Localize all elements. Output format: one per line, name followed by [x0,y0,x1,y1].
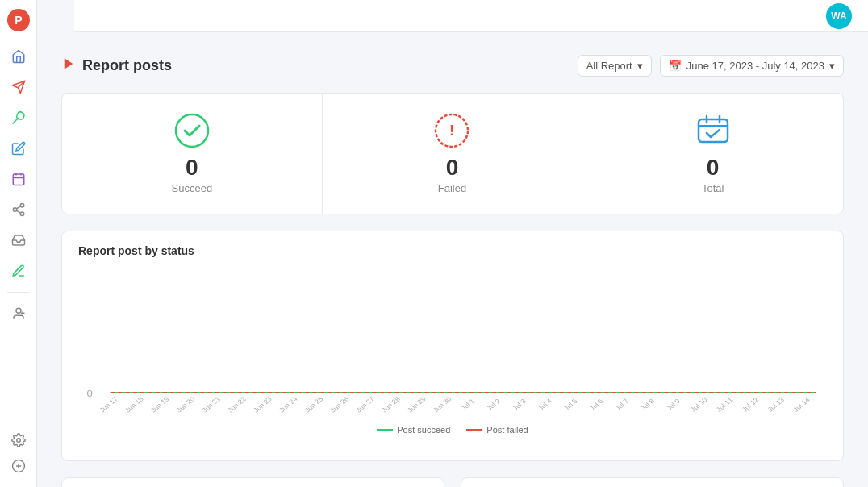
svg-text:Jul 1: Jul 1 [459,398,477,412]
succeed-label: Succeed [172,182,213,194]
page-header: Report posts All Report ▾ 📅 June 17, 202… [61,55,844,77]
chart-area: 0 Jun 17 Jun 18 Jun 19 Jun 20 Jun 21 Jun… [78,270,827,447]
svg-text:Jun 23: Jun 23 [252,395,273,414]
legend-failed-line [466,429,482,431]
svg-text:Jul 8: Jul 8 [639,398,657,412]
svg-text:Jul 6: Jul 6 [587,398,605,412]
home-icon[interactable] [6,44,31,69]
svg-text:Jun 30: Jun 30 [431,395,453,414]
stat-card-total: 0 Total [582,94,843,214]
svg-rect-4 [13,174,24,185]
legend-succeed-line [377,429,393,431]
send-icon[interactable] [6,74,31,100]
svg-text:Jun 17: Jun 17 [98,395,119,414]
stat-card-succeed: 0 Succeed [62,94,323,214]
svg-text:Jun 26: Jun 26 [328,395,350,414]
share-icon[interactable] [6,197,31,223]
page-title-icon [61,56,76,75]
svg-text:Jun 20: Jun 20 [174,395,196,414]
main-content: Report posts All Report ▾ 📅 June 17, 202… [37,0,868,487]
svg-text:Jun 18: Jun 18 [123,395,145,414]
failed-value: 0 [446,156,459,179]
chart-svg: 0 Jun 17 Jun 18 Jun 19 Jun 20 Jun 21 Jun… [78,270,827,415]
top-bar: WA [74,0,868,32]
svg-text:Jul 13: Jul 13 [766,396,786,413]
report-by-type-section: Report post by type [61,477,444,487]
recent-publications-section: Recent publications [461,477,844,487]
add-circle-icon[interactable] [6,453,31,479]
svg-text:Jun 22: Jun 22 [226,395,248,414]
svg-text:Jul 9: Jul 9 [665,398,682,412]
date-chevron-icon: ▾ [829,60,835,72]
svg-marker-20 [65,58,73,69]
legend-failed-label: Post failed [486,425,528,435]
total-icon [695,113,731,148]
svg-point-9 [13,208,17,212]
svg-point-16 [16,439,20,443]
legend-succeed: Post succeed [377,425,450,435]
svg-text:Jun 28: Jun 28 [380,395,402,414]
svg-text:Jun 19: Jun 19 [148,395,170,414]
svg-point-8 [20,204,24,208]
svg-text:Jun 24: Jun 24 [278,395,299,414]
report-chevron-icon: ▾ [637,60,643,72]
stat-card-failed: ! 0 Failed [323,94,583,214]
svg-point-10 [20,212,24,216]
svg-text:Jul 11: Jul 11 [715,396,735,413]
content-wrapper: WA Report posts All Report ▾ 📅 [37,0,868,487]
stats-row: 0 Succeed ! 0 Failed [61,93,844,214]
leaf-icon[interactable] [6,105,31,131]
report-select[interactable]: All Report ▾ [578,55,652,77]
total-value: 0 [707,156,720,179]
succeed-value: 0 [186,156,198,179]
svg-text:Jul 5: Jul 5 [561,398,579,412]
calendar-mini-icon: 📅 [669,60,682,72]
svg-text:Jul 12: Jul 12 [740,396,760,413]
svg-text:0: 0 [87,389,94,399]
svg-point-21 [176,114,208,147]
svg-text:Jul 10: Jul 10 [689,396,709,413]
svg-text:Jul 7: Jul 7 [613,398,631,412]
legend-succeed-label: Post succeed [397,425,450,435]
failed-icon: ! [434,113,469,148]
app-logo[interactable]: P [6,8,31,32]
total-label: Total [702,182,724,194]
edit-icon[interactable] [6,135,31,161]
svg-point-13 [16,308,21,313]
svg-text:Jun 27: Jun 27 [354,395,376,414]
avatar[interactable]: WA [826,3,852,29]
pencil2-icon[interactable] [6,258,31,284]
page-title-container: Report posts [61,56,172,75]
svg-text:Jun 29: Jun 29 [406,395,428,414]
inbox-icon[interactable] [6,227,31,253]
report-select-label: All Report [586,60,632,72]
svg-text:Jul 14: Jul 14 [791,396,812,413]
chart-section: Report post by status 0 Jun 17 Jun 18 Ju… [61,231,844,461]
svg-line-11 [16,210,20,213]
svg-text:Jul 2: Jul 2 [485,398,503,412]
sidebar-divider [7,292,30,293]
svg-text:Jun 21: Jun 21 [200,395,222,414]
header-controls: All Report ▾ 📅 June 17, 2023 - July 14, … [578,55,844,77]
legend-failed: Post failed [466,425,528,435]
settings-icon[interactable] [6,427,31,453]
svg-line-12 [16,206,20,209]
svg-rect-24 [699,119,728,142]
svg-text:P: P [15,14,22,27]
date-range-picker[interactable]: 📅 June 17, 2023 - July 14, 2023 ▾ [660,55,844,77]
date-range-label: June 17, 2023 - July 14, 2023 [686,60,824,72]
user-add-icon[interactable] [6,301,31,327]
svg-text:!: ! [449,123,454,139]
svg-text:Jul 4: Jul 4 [536,398,554,412]
failed-label: Failed [438,182,466,194]
svg-text:Jul 3: Jul 3 [511,398,528,412]
bottom-row: Report post by type Recent publications [61,477,844,487]
calendar-icon[interactable] [6,166,31,192]
sidebar-bottom [6,427,31,479]
page-title: Report posts [82,57,172,74]
chart-title: Report post by status [78,244,827,257]
sidebar: P [0,0,37,487]
svg-text:Jun 25: Jun 25 [303,395,324,414]
chart-legend: Post succeed Post failed [78,425,827,435]
succeed-icon [174,113,210,148]
